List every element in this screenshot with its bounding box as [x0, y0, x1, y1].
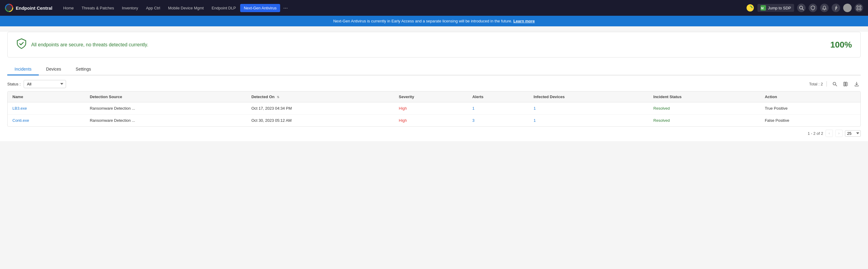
row2-action: False Positive	[760, 115, 861, 127]
row1-incident-status: Resolved	[648, 102, 760, 115]
brand-name-label: Endpoint Central	[16, 5, 52, 10]
pagination-next-button[interactable]: ›	[835, 130, 842, 137]
security-icon[interactable]	[809, 4, 817, 12]
nav-right-actions: M Jump to SDP	[746, 4, 863, 12]
page-size-select[interactable]: 10 25 50 100	[845, 130, 861, 137]
pagination-row: 1 - 2 of 2 ‹ › 10 25 50 100	[7, 127, 861, 141]
export-button[interactable]	[852, 80, 861, 88]
status-filter-select[interactable]: All Open Resolved Closed	[24, 80, 66, 88]
columns-icon	[843, 82, 848, 86]
nav-threats[interactable]: Threats & Patches	[78, 4, 118, 12]
nav-antivirus[interactable]: Next-Gen Antivirus	[240, 4, 280, 12]
shield-nav-icon	[810, 5, 815, 10]
top-navigation: Endpoint Central Home Threats & Patches …	[0, 0, 868, 16]
nav-home[interactable]: Home	[60, 4, 78, 12]
search-table-button[interactable]	[831, 80, 839, 88]
row2-name-link[interactable]: Conti.exe	[12, 118, 29, 123]
svg-text:M: M	[761, 7, 764, 10]
table-body: LB3.exe Ransomware Detection ... Oct 17,…	[7, 102, 861, 127]
row2-infected-devices: 1	[529, 115, 649, 127]
svg-rect-15	[845, 82, 847, 86]
tab-devices[interactable]: Devices	[39, 64, 68, 76]
svg-point-7	[824, 9, 825, 10]
brand-logo-area[interactable]: Endpoint Central	[5, 4, 52, 12]
learn-more-link[interactable]: Learn more	[513, 19, 535, 23]
col-infected-devices: Infected Devices	[529, 91, 649, 102]
col-action: Action	[760, 91, 861, 102]
grid-icon	[857, 5, 861, 10]
apps-icon[interactable]	[855, 4, 863, 12]
filters-row: Status : All Open Resolved Closed Total …	[7, 76, 861, 91]
early-access-banner: Next-Gen Antivirus is currently in Early…	[0, 16, 868, 26]
incidents-table: Name Detection Source Detected On ⇅ Seve…	[7, 91, 861, 127]
jump-to-sdp-label: Jump to SDP	[768, 6, 791, 10]
user-avatar[interactable]	[843, 4, 851, 12]
bell-icon	[822, 5, 827, 10]
search-svg	[799, 5, 804, 10]
security-message: All endpoints are secure, no threats det…	[31, 42, 148, 48]
svg-rect-16	[847, 82, 848, 86]
main-tabs: Incidents Devices Settings	[7, 64, 861, 76]
activity-icon[interactable]	[832, 4, 840, 12]
svg-line-6	[802, 9, 804, 10]
table-header: Name Detection Source Detected On ⇅ Seve…	[7, 91, 861, 102]
row2-severity: High	[394, 115, 468, 127]
pagination-prev-button[interactable]: ‹	[826, 130, 833, 137]
tab-settings[interactable]: Settings	[68, 64, 98, 76]
nav-mobile[interactable]: Mobile Device Mgmt	[164, 4, 208, 12]
nav-items-list: Home Threats & Patches Inventory App Ctr…	[60, 4, 746, 12]
columns-button[interactable]	[841, 80, 850, 88]
svg-line-13	[836, 85, 837, 86]
nav-more-button[interactable]: ···	[281, 4, 290, 12]
svg-rect-11	[860, 8, 861, 10]
svg-rect-9	[860, 6, 861, 7]
row2-name: Conti.exe	[7, 115, 85, 127]
svg-point-12	[833, 82, 836, 85]
nav-inventory[interactable]: Inventory	[118, 4, 142, 12]
table-header-row: Name Detection Source Detected On ⇅ Seve…	[7, 91, 861, 102]
lightning-icon	[834, 5, 838, 10]
refresh-icon[interactable]	[746, 4, 754, 12]
svg-rect-8	[857, 6, 858, 7]
notifications-icon[interactable]	[820, 4, 829, 12]
row1-name: LB3.exe	[7, 102, 85, 115]
row2-incident-status: Resolved	[648, 115, 760, 127]
security-status-left: All endpoints are secure, no threats det…	[16, 38, 148, 51]
search-icon[interactable]	[797, 4, 806, 12]
row1-severity: High	[394, 102, 468, 115]
row1-detected-on: Oct 17, 2023 04:34 PM	[247, 102, 394, 115]
secure-shield-icon	[16, 38, 27, 51]
nav-appcrtl[interactable]: App Ctrl	[142, 4, 164, 12]
table-row: LB3.exe Ransomware Detection ... Oct 17,…	[7, 102, 861, 115]
col-name: Name	[7, 91, 85, 102]
banner-text: Next-Gen Antivirus is currently in Early…	[333, 19, 512, 23]
pagination-range: 1 - 2 of 2	[808, 131, 823, 136]
row2-detected-on: Oct 30, 2023 05:12 AM	[247, 115, 394, 127]
row1-detection-source: Ransomware Detection ...	[85, 102, 247, 115]
svg-rect-10	[857, 8, 858, 10]
status-filter-label: Status :	[7, 82, 21, 86]
jump-to-sdp-button[interactable]: M Jump to SDP	[757, 4, 794, 12]
row2-alerts: 3	[467, 115, 528, 127]
row1-infected-devices: 1	[529, 102, 649, 115]
row2-detection-source: Ransomware Detection ...	[85, 115, 247, 127]
security-status-card: All endpoints are secure, no threats det…	[7, 32, 861, 58]
status-filter-area: Status : All Open Resolved Closed	[7, 80, 66, 88]
col-severity: Severity	[394, 91, 468, 102]
col-detected-on: Detected On ⇅	[247, 91, 394, 102]
sort-icon-detected-on[interactable]: ⇅	[277, 95, 279, 99]
svg-rect-14	[844, 82, 845, 86]
brand-logo-icon	[5, 4, 13, 12]
col-detection-source: Detection Source	[85, 91, 247, 102]
search-table-icon	[833, 82, 837, 86]
row1-action: True Positive	[760, 102, 861, 115]
table-row: Conti.exe Ransomware Detection ... Oct 3…	[7, 115, 861, 127]
main-content: All endpoints are secure, no threats det…	[0, 32, 868, 141]
row1-name-link[interactable]: LB3.exe	[12, 106, 27, 111]
table-actions-right: Total : 2	[809, 80, 861, 88]
incidents-table-element: Name Detection Source Detected On ⇅ Seve…	[7, 91, 861, 126]
export-icon	[855, 82, 859, 86]
col-incident-status: Incident Status	[648, 91, 760, 102]
tab-incidents[interactable]: Incidents	[7, 64, 39, 76]
nav-dlp[interactable]: Endpoint DLP	[208, 4, 240, 12]
